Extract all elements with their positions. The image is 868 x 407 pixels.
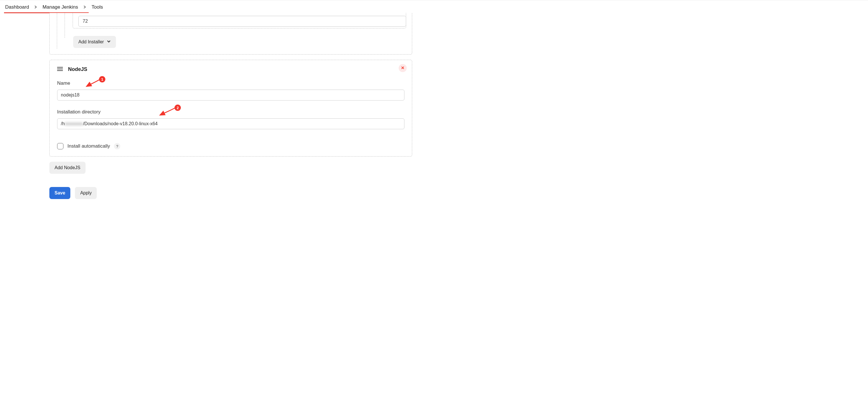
previous-tool-card: 72 Add Installer (50, 13, 412, 55)
add-nodejs-button[interactable]: Add NodeJS (50, 162, 86, 174)
install-automatically-checkbox[interactable] (57, 143, 63, 149)
nested-guide-2 (65, 13, 65, 38)
chevron-right-icon (34, 4, 37, 10)
svg-rect-2 (57, 70, 63, 71)
breadcrumb-tools[interactable]: Tools (92, 4, 103, 10)
save-button[interactable]: Save (50, 187, 70, 199)
nodejs-dir-input[interactable]: /h xxxxxxxx /Downloads/node-v18.20.0-lin… (57, 118, 404, 129)
breadcrumb: Dashboard Manage Jenkins Tools (0, 0, 868, 13)
save-label: Save (55, 191, 65, 196)
dir-suffix: /Downloads/node-v18.20.0-linux-x64 (83, 121, 158, 126)
add-nodejs-label: Add NodeJS (55, 165, 81, 170)
add-installer-button[interactable]: Add Installer (73, 36, 116, 48)
nodejs-section-title: NodeJS (68, 66, 87, 72)
nodejs-dir-label: Installation directory (57, 109, 404, 115)
drag-handle-icon[interactable] (57, 67, 63, 72)
previous-input-value: 72 (83, 19, 88, 24)
svg-rect-0 (57, 67, 63, 67)
chevron-down-icon (107, 39, 111, 45)
dir-prefix: /h (61, 121, 65, 126)
add-installer-label: Add Installer (79, 39, 104, 45)
nested-guide-1 (57, 13, 57, 49)
svg-rect-1 (57, 68, 63, 69)
nodejs-name-input[interactable] (57, 90, 404, 100)
breadcrumb-dashboard[interactable]: Dashboard (5, 4, 29, 10)
apply-label: Apply (80, 191, 92, 196)
apply-button[interactable]: Apply (75, 187, 97, 199)
help-icon[interactable]: ? (114, 143, 120, 149)
close-icon (401, 65, 404, 71)
page-scroll-area[interactable]: 72 Add Installer NodeJS (0, 13, 868, 214)
install-automatically-label: Install automatically (67, 143, 110, 149)
nodejs-name-label: Name (57, 81, 404, 86)
previous-input[interactable]: 72 (79, 16, 406, 27)
footer-actions: Save Apply (50, 187, 412, 210)
chevron-right-icon (83, 4, 86, 10)
nodejs-card: NodeJS Name Installation directory /h (50, 60, 412, 156)
remove-nodejs-button[interactable] (399, 64, 407, 72)
breadcrumb-manage-jenkins[interactable]: Manage Jenkins (42, 4, 78, 10)
dir-masked: xxxxxxxx (65, 121, 83, 126)
